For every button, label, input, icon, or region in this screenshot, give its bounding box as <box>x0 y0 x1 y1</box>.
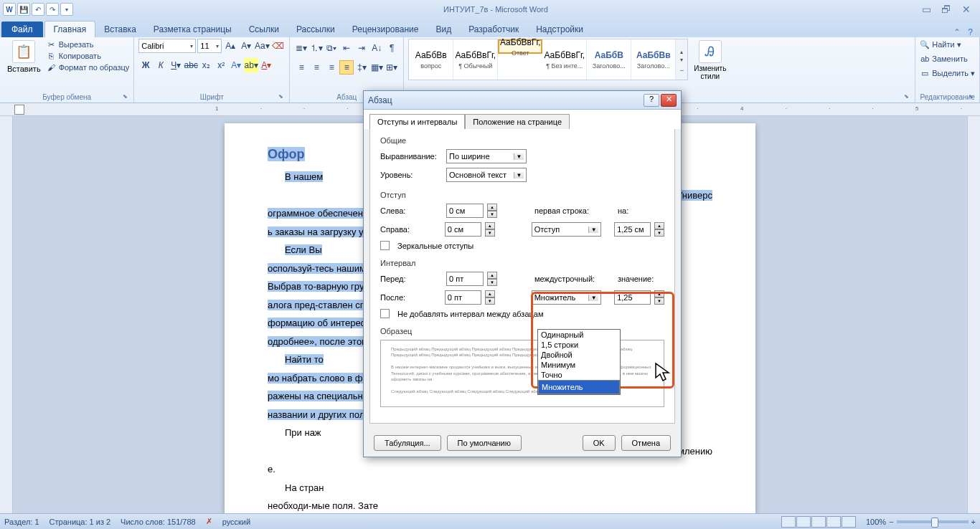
align-right-icon[interactable]: ≡ <box>324 60 339 75</box>
space-before-input[interactable]: 0 пт <box>446 272 484 286</box>
indent-right-spinner[interactable]: ▲▼ <box>485 222 495 237</box>
style-item[interactable]: АаБбВвГг,¶ Обычный <box>453 39 498 80</box>
zoom-level[interactable]: 100% <box>866 518 886 526</box>
change-styles-button[interactable]: Ꭿ Изменить стили <box>691 39 729 82</box>
dialog-help-icon[interactable]: ? <box>644 94 659 107</box>
dialog-tab-position[interactable]: Положение на странице <box>465 114 570 129</box>
style-item[interactable]: АаБбВвГг,Ответ <box>498 39 542 54</box>
multilevel-icon[interactable]: ⧉▾ <box>324 41 339 55</box>
help-icon[interactable]: ? <box>968 27 973 37</box>
qat-more-icon[interactable]: ▾ <box>60 3 73 16</box>
view-outline-icon[interactable] <box>826 516 841 528</box>
clear-format-icon[interactable]: ⌫ <box>270 39 285 53</box>
style-item[interactable]: АаБбВввопрос <box>409 39 453 80</box>
align-center-icon[interactable]: ≡ <box>309 60 324 75</box>
view-read-icon[interactable] <box>796 516 811 528</box>
style-item[interactable]: АаБбВвЗаголово... <box>631 39 676 80</box>
space-after-input[interactable]: 0 пт <box>445 290 481 305</box>
minimize-ribbon-icon[interactable]: ⌃ <box>953 27 961 37</box>
tab-addins[interactable]: Надстройки <box>527 22 592 37</box>
show-marks-icon[interactable]: ¶ <box>385 41 399 55</box>
tab-view[interactable]: Вид <box>427 22 460 37</box>
at-input[interactable]: 1,25 <box>614 290 651 305</box>
shading-icon[interactable]: ▦▾ <box>369 60 384 75</box>
tabs-button[interactable]: Табуляция... <box>374 435 441 451</box>
by-input[interactable]: 1,25 см <box>614 222 651 237</box>
undo-icon[interactable]: ↶ <box>32 3 44 16</box>
indent-dec-icon[interactable]: ⇤ <box>339 41 354 55</box>
change-case-icon[interactable]: Aa▾ <box>255 39 269 53</box>
style-item[interactable]: АаБбВЗаголово... <box>587 39 631 80</box>
status-section[interactable]: Раздел: 1 <box>4 518 39 526</box>
save-icon[interactable]: 💾 <box>17 3 30 16</box>
select-button[interactable]: ▭Выделить ▾ <box>920 67 975 79</box>
font-name-combo[interactable]: Calibri▾ <box>138 39 196 53</box>
tab-references[interactable]: Ссылки <box>240 22 288 37</box>
space-after-spinner[interactable]: ▲▼ <box>485 290 495 305</box>
dialog-close-icon[interactable]: ✕ <box>661 94 677 107</box>
redo-icon[interactable]: ↷ <box>46 3 59 16</box>
vertical-scrollbar[interactable] <box>967 116 980 515</box>
copy-button[interactable]: ⎘Копировать <box>47 50 130 62</box>
ok-button[interactable]: OK <box>583 435 616 451</box>
dropdown-option[interactable]: Точно <box>538 370 620 380</box>
sort-icon[interactable]: A↓ <box>369 41 384 55</box>
minimize-icon[interactable]: ▭ <box>918 4 934 15</box>
strike-icon[interactable]: abc <box>184 58 198 72</box>
dropdown-option[interactable]: Множитель <box>538 380 620 394</box>
outline-level-select[interactable]: Основной текст▼ <box>446 168 527 182</box>
dropdown-option[interactable]: Одинарный <box>538 330 620 340</box>
close-icon[interactable]: ✕ <box>958 4 974 15</box>
default-button[interactable]: По умолчанию <box>447 435 522 451</box>
tab-layout[interactable]: Разметка страницы <box>145 22 240 37</box>
italic-icon[interactable]: К <box>154 58 168 72</box>
tab-file[interactable]: Файл <box>1 22 43 37</box>
align-justify-icon[interactable]: ≡ <box>339 60 354 75</box>
tab-selector-icon[interactable] <box>14 105 24 115</box>
status-spell-icon[interactable]: ✗ <box>206 517 212 526</box>
superscript-icon[interactable]: x² <box>214 58 228 72</box>
status-language[interactable]: русский <box>222 518 250 526</box>
dropdown-option[interactable]: 1,5 строки <box>538 340 620 350</box>
dropdown-option[interactable]: Минимум <box>538 360 620 370</box>
replace-button[interactable]: abЗаменить <box>920 53 967 65</box>
tab-home[interactable]: Главная <box>44 21 96 37</box>
font-color-icon[interactable]: A▾ <box>259 58 273 72</box>
indent-right-input[interactable]: 0 см <box>445 222 481 237</box>
by-spinner[interactable]: ▲▼ <box>654 222 664 237</box>
line-spacing-dropdown[interactable]: Одинарный 1,5 строки Двойной Минимум Точ… <box>537 329 621 395</box>
status-words[interactable]: Число слов: 151/788 <box>121 518 196 526</box>
first-line-select[interactable]: Отступ▼ <box>532 222 602 237</box>
tab-mailings[interactable]: Рассылки <box>288 22 344 37</box>
line-spacing-icon[interactable]: ‡▾ <box>354 60 369 75</box>
paste-button[interactable]: 📋 Вставить <box>4 39 44 75</box>
view-web-icon[interactable] <box>811 516 826 528</box>
tab-developer[interactable]: Разработчик <box>460 22 527 37</box>
alignment-select[interactable]: По ширине▼ <box>446 149 527 163</box>
zoom-out-icon[interactable]: − <box>889 518 893 526</box>
shrink-font-icon[interactable]: A▾ <box>239 39 253 53</box>
highlight-icon[interactable]: ab▾ <box>244 58 258 72</box>
numbering-icon[interactable]: ⒈▾ <box>309 41 324 55</box>
grow-font-icon[interactable]: A▴ <box>223 39 237 53</box>
status-page[interactable]: Страница: 1 из 2 <box>50 518 111 526</box>
align-left-icon[interactable]: ≡ <box>294 60 308 75</box>
bold-icon[interactable]: Ж <box>138 58 153 72</box>
dialog-tab-indents[interactable]: Отступы и интервалы <box>369 114 465 129</box>
subscript-icon[interactable]: x₂ <box>199 58 213 72</box>
font-size-combo[interactable]: 11▾ <box>197 39 222 53</box>
cut-button[interactable]: ✂Вырезать <box>47 39 130 50</box>
cancel-button[interactable]: Отмена <box>621 435 671 451</box>
ruler-vertical[interactable] <box>0 116 13 515</box>
format-painter-button[interactable]: 🖌Формат по образцу <box>47 62 130 73</box>
view-print-icon[interactable] <box>781 516 796 528</box>
indent-left-input[interactable]: 0 см <box>446 204 484 218</box>
view-draft-icon[interactable] <box>842 516 856 528</box>
mirror-indents-checkbox[interactable] <box>380 241 390 250</box>
indent-inc-icon[interactable]: ⇥ <box>354 41 369 55</box>
styles-more-icon[interactable]: ▴▾⎯ <box>676 39 687 80</box>
indent-left-spinner[interactable]: ▲▼ <box>487 204 497 218</box>
no-space-checkbox[interactable] <box>380 309 390 318</box>
space-before-spinner[interactable]: ▲▼ <box>487 272 497 286</box>
zoom-slider[interactable] <box>897 520 969 523</box>
